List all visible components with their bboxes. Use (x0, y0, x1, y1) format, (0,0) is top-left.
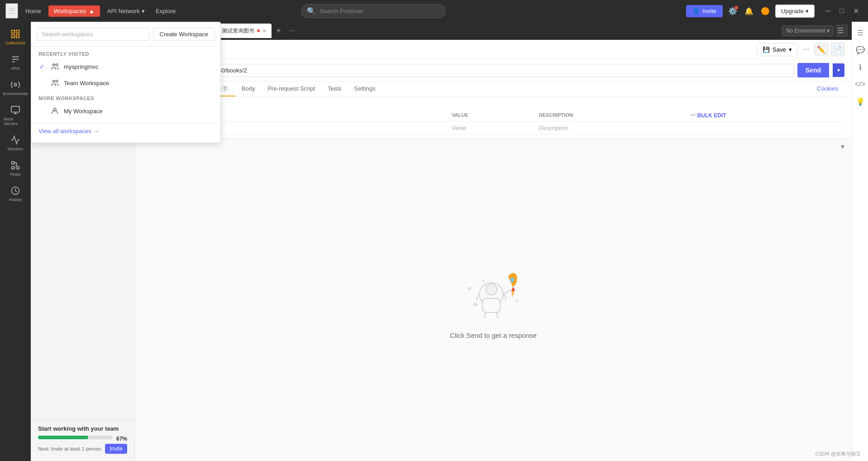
request-subtabs: Authorization Headers 7 Body Pre-request… (135, 82, 852, 97)
more-options-button[interactable]: ··· (801, 43, 811, 55)
sidebar-item-apis[interactable]: APIs (2, 51, 29, 74)
workspace-search-input[interactable] (37, 28, 149, 41)
request-panel: ... / 测试查询图书 💾 Save ▾ ··· ✏️ 📄 (135, 40, 852, 461)
svg-rect-3 (16, 35, 19, 38)
edit-icon-button[interactable]: ✏️ (815, 43, 828, 56)
progress-percentage: 67% (116, 436, 127, 442)
ws-item-name: Team Workspace (64, 80, 109, 86)
svg-rect-0 (12, 30, 14, 33)
subtab-body[interactable]: Body (235, 82, 262, 96)
col-actions-header: ··· Bulk Edit (687, 109, 844, 122)
ws-item-name: myspringmvc (64, 63, 99, 70)
ws-item-myspringmvc[interactable]: ✓ myspringmvc (31, 58, 220, 75)
upgrade-button[interactable]: Upgrade ▾ (775, 5, 815, 18)
svg-point-10 (53, 64, 55, 66)
user-avatar[interactable]: 🟠 (759, 5, 772, 17)
workspaces-button[interactable]: Workspaces ▲ (48, 5, 100, 17)
save-button-group: 💾 Save ▾ (757, 43, 798, 56)
toolbar-right: ✏️ 📄 (815, 43, 844, 56)
sidebar-item-collections[interactable]: Collections (2, 25, 29, 49)
home-nav[interactable]: Home (22, 6, 45, 16)
cell-value: Value (448, 122, 535, 134)
rocket-illustration (453, 261, 534, 324)
right-panel-info-icon[interactable]: ℹ (853, 60, 868, 74)
query-params-label: ns (142, 101, 844, 107)
sidebar-label-history: History (9, 197, 22, 202)
subtab-settings[interactable]: Settings (348, 82, 382, 96)
svg-point-21 (516, 299, 518, 301)
ws-item-my-workspace[interactable]: My Workspace (31, 103, 220, 119)
next-label: Next: Invite at least 1 person. (38, 446, 102, 451)
svg-rect-8 (12, 167, 14, 169)
svg-point-11 (56, 64, 58, 66)
environment-panel-icon[interactable]: ☰ (835, 24, 848, 37)
create-workspace-button[interactable]: Create Workspace (153, 28, 215, 41)
minimize-button[interactable]: ─ (822, 5, 834, 17)
right-panel-icon-1[interactable]: ☰ (853, 25, 868, 40)
view-all-workspaces[interactable]: View all workspaces → (31, 123, 220, 139)
subtab-tests[interactable]: Tests (321, 82, 348, 96)
send-button[interactable]: Send (797, 63, 829, 77)
cell-actions (687, 122, 844, 134)
ws-item-team-workspace[interactable]: Team Workspace (31, 75, 220, 91)
send-dropdown-button[interactable]: ▾ (833, 63, 844, 77)
invite-button[interactable]: 👤 Invite (686, 5, 723, 17)
unsaved-dot (257, 29, 260, 32)
watermark: CSDN @东离与猫宝 (816, 451, 861, 457)
svg-rect-1 (16, 30, 19, 33)
personal-workspace-icon (50, 106, 59, 115)
search-bar[interactable]: 🔍 (301, 4, 446, 18)
request-header-row: ... / 测试查询图书 💾 Save ▾ ··· ✏️ 📄 (135, 40, 852, 59)
save-button[interactable]: 💾 Save ▾ (757, 43, 797, 56)
more-icon[interactable]: ··· (691, 111, 696, 119)
window-controls: ─ □ ✕ (822, 5, 863, 17)
invite-team-button[interactable]: Invite (105, 444, 127, 454)
search-input[interactable] (320, 8, 440, 14)
svg-point-12 (53, 80, 55, 82)
headers-badge: 7 (221, 86, 229, 92)
right-panel-code-icon[interactable]: </> (853, 77, 868, 91)
chevron-up-icon: ▲ (89, 8, 95, 14)
description-icon-button[interactable]: 📄 (831, 43, 844, 56)
environment-selector[interactable]: No Environment ▾ (782, 25, 834, 36)
svg-point-19 (482, 279, 485, 282)
notifications-icon-button[interactable]: 🔔 (743, 5, 755, 17)
chevron-down-icon: ▾ (827, 28, 830, 34)
sidebar-item-monitors[interactable]: Monitors (2, 131, 29, 155)
params-table: VALUE DESCRIPTION ··· Bulk Edit Value (142, 109, 844, 134)
bulk-edit-button[interactable]: Bulk Edit (697, 112, 726, 119)
sidebar-item-flows[interactable]: Flows (2, 157, 29, 180)
cell-description: Description (535, 122, 687, 134)
right-panel-lightbulb-icon[interactable]: 💡 (853, 94, 868, 109)
tab-close-icon[interactable]: × (262, 27, 266, 34)
more-workspaces-label: More workspaces (31, 91, 220, 103)
new-tab-button[interactable]: + (272, 24, 285, 38)
sidebar-item-environments[interactable]: Environments (2, 76, 29, 100)
progress-bar-fill (38, 436, 88, 439)
chevron-down-icon: ▾ (789, 46, 792, 53)
sidebar-label-flows: Flows (10, 172, 21, 177)
settings-icon-button[interactable]: ⚙️ (726, 5, 739, 17)
explore-nav[interactable]: Explore (152, 6, 179, 16)
sidebar-item-history[interactable]: History (2, 182, 29, 206)
right-sidebar: ☰ 💬 ℹ </> 💡 (852, 22, 868, 461)
svg-rect-17 (482, 298, 500, 312)
subtab-pre-request-script[interactable]: Pre-request Script (261, 82, 321, 96)
subtab-cookies[interactable]: Cookies (811, 82, 844, 96)
ws-item-name: My Workspace (64, 108, 103, 115)
api-network-nav[interactable]: API Network ▾ (104, 6, 148, 16)
tab-label: 测试查询图书 (222, 27, 254, 35)
topbar-right: 👤 Invite ⚙️ 🔔 🟠 Upgrade ▾ ─ □ ✕ (686, 5, 863, 18)
close-button[interactable]: ✕ (849, 5, 863, 17)
main-layout: Collections APIs Environments Mock Serve… (0, 22, 868, 461)
maximize-button[interactable]: □ (836, 5, 848, 17)
response-chevron-icon[interactable]: ▾ (841, 142, 844, 151)
sidebar-item-mock-servers[interactable]: Mock Servers (2, 101, 29, 130)
url-input[interactable] (173, 64, 794, 77)
tabs-more-button[interactable]: ··· (286, 25, 299, 37)
right-panel-comments-icon[interactable]: 💬 (853, 43, 868, 57)
svg-point-18 (510, 278, 515, 282)
menu-icon-button[interactable]: ☰ (5, 3, 18, 19)
bottom-panel: Start working with your team 67% Next: I… (31, 419, 134, 461)
content-area: POST New Request × GET 测试查询图书 × + ··· No… (135, 22, 852, 461)
